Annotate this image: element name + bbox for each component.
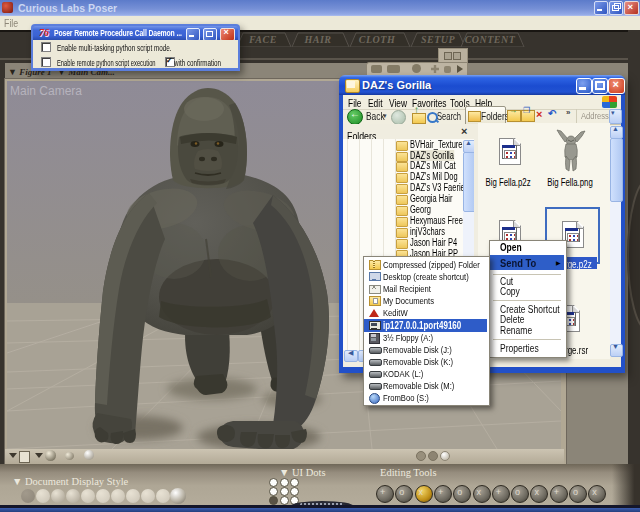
svg-text:HAIR: HAIR (303, 34, 331, 45)
svg-text:CONTENT: CONTENT (465, 34, 516, 45)
svg-text:FACE: FACE (248, 34, 277, 45)
svg-text:CLOTH: CLOTH (359, 34, 396, 45)
svg-text:SETUP: SETUP (421, 34, 456, 45)
